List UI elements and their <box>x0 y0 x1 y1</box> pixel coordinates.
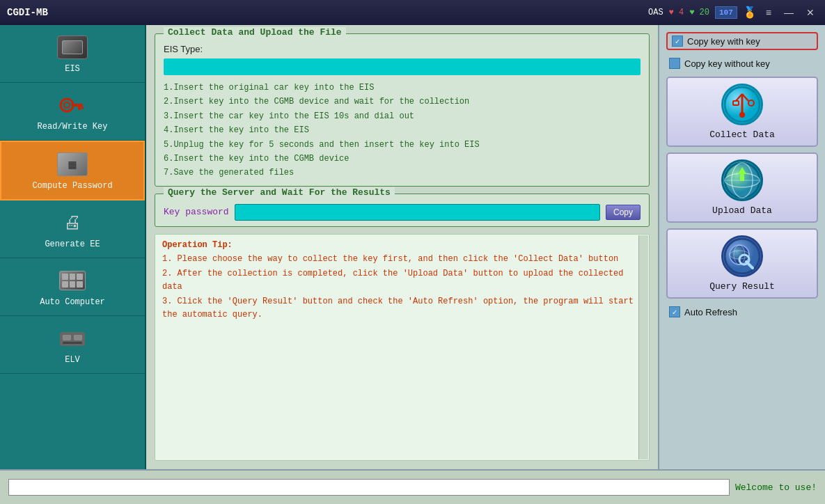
key-password-input[interactable] <box>235 204 600 221</box>
sidebar-label-elv: ELV <box>65 355 80 365</box>
query-section: Query the Server and Wait For the Result… <box>155 194 650 227</box>
operation-tip-box: Operation Tip: 1. Please choose the way … <box>155 234 650 461</box>
hearts-red: ♥ 4 <box>669 8 684 17</box>
instruction-1: 1.Insert the original car key into the E… <box>164 81 641 95</box>
op-tip-item-2: 2. After the collection is completed, cl… <box>162 267 642 294</box>
app-title: CGDI-MB <box>7 7 48 18</box>
instruction-4: 4.Insert the key into the EIS <box>164 123 641 137</box>
instruction-5: 5.Unplug the key for 5 seconds and then … <box>164 138 641 152</box>
collect-section: Collect Data and Upload the File EIS Typ… <box>155 33 650 187</box>
collect-section-title: Collect Data and Upload the File <box>164 27 346 38</box>
sidebar-label-eis: EIS <box>65 64 80 74</box>
instruction-7: 7.Save the generated files <box>164 166 641 180</box>
minimize-button[interactable]: — <box>780 6 797 19</box>
copy-key-without-key-label: Copy key without key <box>684 58 770 69</box>
svg-rect-6 <box>63 335 71 340</box>
svg-point-0 <box>61 99 73 111</box>
svg-rect-21 <box>740 174 744 181</box>
key-password-row: Key password Copy <box>164 200 641 221</box>
sidebar-item-elv[interactable]: ELV <box>0 316 145 374</box>
titlebar: CGDI-MB OAS ♥ 4 ♥ 20 107 🏅 ≡ — ✕ <box>0 0 825 25</box>
usb-icon <box>721 84 763 125</box>
welcome-text: Welcome to use! <box>735 482 817 493</box>
instructions-list: 1.Insert the original car key into the E… <box>164 81 641 180</box>
score-box: 107 <box>715 6 737 19</box>
compute-icon <box>55 150 90 178</box>
key-icon <box>55 91 90 119</box>
auto-refresh-checkbox[interactable] <box>669 306 680 317</box>
collect-data-label: Collect Data <box>709 129 775 140</box>
query-icon <box>721 235 763 277</box>
query-section-title: Query the Server and Wait For the Result… <box>164 187 395 198</box>
svg-rect-8 <box>63 342 82 344</box>
eis-icon <box>55 33 90 61</box>
sidebar-item-auto-computer[interactable]: Auto Computer <box>0 258 145 316</box>
status-bar: Welcome to use! <box>0 469 825 504</box>
instruction-2: 2.Insert key into the CGMB device and wa… <box>164 95 641 109</box>
sidebar: EIS Read/Write Key Compute Password <box>0 25 146 469</box>
eis-type-bar <box>164 58 641 75</box>
query-result-button[interactable]: Query Result <box>666 228 818 299</box>
query-result-label: Query Result <box>709 281 775 292</box>
op-tip-item-1: 1. Please choose the way to collect the … <box>162 253 642 266</box>
sidebar-label-compute-password: Compute Password <box>32 181 112 191</box>
titlebar-right: OAS ♥ 4 ♥ 20 107 🏅 ≡ — ✕ <box>648 6 818 19</box>
sidebar-label-read-write-key: Read/Write Key <box>38 122 108 132</box>
hearts-green: ♥ 20 <box>689 8 709 17</box>
svg-point-15 <box>739 112 745 118</box>
menu-button[interactable]: ≡ <box>762 6 775 19</box>
printer-icon: 🖨 <box>55 209 90 237</box>
close-button[interactable]: ✕ <box>803 6 818 19</box>
upload-data-label: Upload Data <box>712 205 772 216</box>
instruction-6: 6.Insert the key into the CGMB device <box>164 152 641 166</box>
auto-icon <box>55 267 90 294</box>
scrollbar-track[interactable] <box>638 235 648 459</box>
upload-data-button[interactable]: Upload Data <box>666 152 818 223</box>
auto-refresh-row[interactable]: Auto Refresh <box>666 304 818 320</box>
globe-upload-icon <box>721 159 763 201</box>
sidebar-label-generate-ee: Generate EE <box>45 239 100 249</box>
copy-key-with-key-checkbox[interactable] <box>672 36 683 47</box>
svg-rect-7 <box>74 335 82 340</box>
copy-button[interactable]: Copy <box>606 205 641 220</box>
oas-label: OAS <box>648 8 663 17</box>
eis-type-label: EIS Type: <box>164 44 641 54</box>
op-tip-header: Operation Tip: <box>162 240 642 250</box>
svg-rect-2 <box>72 104 83 107</box>
sidebar-item-read-write-key[interactable]: Read/Write Key <box>0 83 145 141</box>
instruction-3: 3.Insert the car key into the EIS 10s an… <box>164 109 641 123</box>
status-input[interactable] <box>8 479 730 496</box>
gold-icon: 🏅 <box>743 6 757 19</box>
copy-key-with-key-row[interactable]: Copy key with key <box>666 32 818 50</box>
collect-data-button[interactable]: Collect Data <box>666 77 818 147</box>
copy-key-without-key-checkbox[interactable] <box>669 58 680 69</box>
svg-rect-3 <box>78 107 81 110</box>
main-layout: EIS Read/Write Key Compute Password <box>0 25 825 469</box>
auto-refresh-label: Auto Refresh <box>684 307 737 317</box>
content-area: Collect Data and Upload the File EIS Typ… <box>146 25 658 469</box>
key-password-label: Key password <box>164 207 229 217</box>
copy-key-without-key-row[interactable]: Copy key without key <box>666 56 818 71</box>
sidebar-item-generate-ee[interactable]: 🖨 Generate EE <box>0 200 145 258</box>
sidebar-item-eis[interactable]: EIS <box>0 25 145 83</box>
right-panel: Copy key with key Copy key without key <box>658 25 825 469</box>
sidebar-item-compute-password[interactable]: Compute Password <box>0 141 145 200</box>
sidebar-label-auto-computer: Auto Computer <box>40 297 105 307</box>
svg-point-1 <box>64 102 70 108</box>
op-tip-item-3: 3. Click the 'Query Result' button and c… <box>162 295 642 322</box>
elv-icon <box>55 324 90 352</box>
copy-key-with-key-label: Copy key with key <box>687 36 760 47</box>
svg-rect-4 <box>81 107 84 109</box>
